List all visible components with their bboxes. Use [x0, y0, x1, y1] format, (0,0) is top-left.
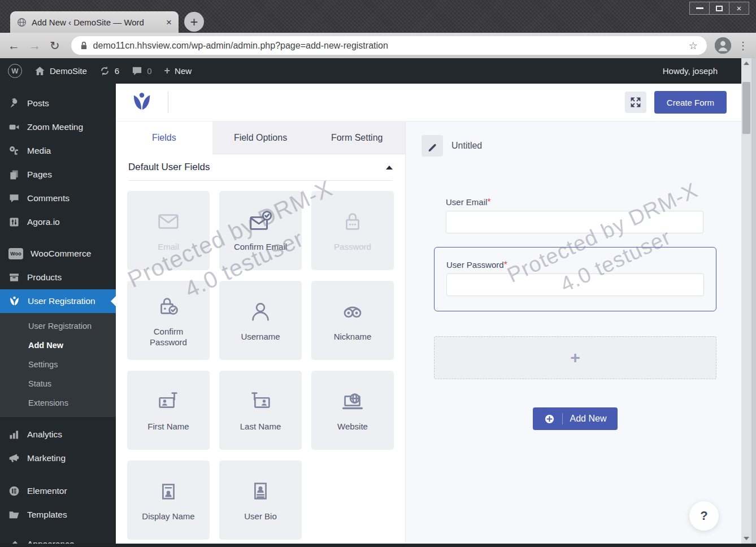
sidebar-item-elementor[interactable]: Elementor — [0, 479, 116, 503]
field-tile-confirm-password[interactable]: Confirm Password — [127, 281, 210, 360]
close-button[interactable]: × — [729, 2, 749, 15]
form-title[interactable]: Untitled — [451, 141, 482, 151]
fullscreen-button[interactable] — [625, 92, 646, 113]
sidebar-item-agora[interactable]: Agora.io — [0, 210, 116, 234]
sidebar-item-zoom-meeting[interactable]: Zoom Meeting — [0, 115, 116, 139]
sidebar-item-products[interactable]: Products — [0, 266, 116, 289]
updates-count: 6 — [115, 66, 119, 76]
comments-menu[interactable]: 0 — [132, 66, 151, 76]
field-tile-first-name[interactable]: First Name — [127, 371, 210, 450]
sidebar-item-label: Zoom Meeting — [27, 122, 83, 132]
sidebar-item-pages[interactable]: Pages — [0, 163, 116, 186]
sidebar-item-templates[interactable]: Templates — [0, 503, 116, 527]
user-registration-logo — [131, 91, 153, 114]
user-password-input[interactable] — [446, 274, 704, 296]
window-controls: × — [690, 2, 749, 15]
help-button[interactable]: ? — [689, 501, 719, 531]
sidebar-item-marketing[interactable]: Marketing — [0, 446, 116, 470]
browser-tab[interactable]: Add New ‹ DemoSite — Word × — [10, 11, 179, 33]
megaphone-icon — [8, 453, 20, 464]
tab-form-setting[interactable]: Form Setting — [309, 121, 405, 154]
required-asterisk: * — [504, 260, 507, 270]
plus-icon: + — [570, 348, 580, 367]
create-form-button[interactable]: Create Form — [654, 91, 727, 114]
fields-panel: Fields Field Options Form Setting Defaul… — [116, 121, 405, 543]
address-bar[interactable]: demo11cn.hhsview.com/wp-admin/admin.php?… — [71, 36, 707, 55]
tab-close-icon[interactable]: × — [166, 18, 172, 27]
sidebar-item-label: WooCommerce — [31, 249, 91, 259]
sliders-icon — [8, 216, 20, 228]
new-tab-button[interactable]: + — [184, 12, 204, 32]
preview-field-user-email[interactable]: User Email* — [434, 186, 716, 233]
sidebar-item-comments[interactable]: Comments — [0, 186, 116, 210]
lock-icon — [80, 41, 88, 50]
add-new-button[interactable]: Add New — [533, 407, 618, 430]
comment-bubble-icon — [8, 193, 20, 204]
expand-arrows-icon — [630, 97, 641, 108]
field-tile-label: Last Name — [233, 421, 288, 432]
browser-menu-icon[interactable]: ⋮ — [738, 40, 748, 52]
field-tile-nickname[interactable]: Nickname — [311, 281, 394, 360]
submenu-item-status[interactable]: Status — [0, 374, 116, 393]
add-row-drop-zone[interactable]: + — [434, 336, 716, 379]
circle-plus-icon — [544, 414, 555, 424]
howdy-menu[interactable]: Howdy, joseph — [663, 66, 718, 76]
submenu-item-user-registration[interactable]: User Registration — [0, 316, 116, 336]
site-name-menu[interactable]: DemoSite — [34, 66, 87, 76]
minimize-icon — [696, 7, 703, 9]
default-user-fields-accordion[interactable]: Default User Fields — [116, 154, 405, 180]
minimize-button[interactable] — [689, 2, 710, 15]
edit-title-button[interactable] — [422, 135, 443, 157]
elementor-icon — [8, 485, 20, 497]
bookmark-star-icon[interactable]: ☆ — [689, 40, 698, 52]
plus-icon: + — [164, 65, 171, 77]
new-content-menu[interactable]: + New — [164, 65, 192, 77]
updates-icon — [99, 66, 110, 76]
sidebar-item-media[interactable]: Media — [0, 139, 116, 163]
sidebar-item-posts[interactable]: Posts — [0, 92, 116, 115]
page-scrollbar[interactable] — [741, 58, 751, 544]
id-card-icon — [247, 388, 273, 414]
forward-button[interactable]: → — [29, 40, 41, 51]
sidebar-item-label: User Registration — [28, 296, 95, 306]
updates-menu[interactable]: 6 — [99, 66, 119, 76]
submenu-item-settings[interactable]: Settings — [0, 355, 116, 374]
sidebar-item-label: Pages — [27, 170, 52, 180]
comment-icon — [132, 66, 142, 76]
scroll-down-arrow[interactable] — [741, 533, 751, 544]
field-tile-display-name[interactable]: Display Name — [127, 461, 210, 540]
comments-count: 0 — [147, 66, 151, 76]
globe-icon — [17, 18, 27, 27]
wp-logo-menu[interactable]: W — [8, 64, 22, 78]
url-text: demo11cn.hhsview.com/wp-admin/admin.php?… — [93, 41, 683, 51]
scroll-up-arrow[interactable] — [741, 58, 751, 68]
window-bottom-edge — [0, 544, 756, 547]
profile-avatar[interactable] — [715, 37, 731, 54]
sidebar-item-user-registration[interactable]: User Registration — [0, 289, 116, 313]
user-email-input[interactable] — [446, 211, 703, 233]
field-tile-username[interactable]: Username — [219, 281, 302, 360]
form-preview: User Email* User Password* + — [434, 186, 716, 430]
tab-fields[interactable]: Fields — [116, 121, 212, 154]
maximize-button[interactable] — [709, 2, 729, 15]
field-tile-website[interactable]: Website — [311, 371, 394, 450]
pin-icon — [8, 98, 20, 109]
field-label: User Password — [446, 260, 504, 270]
sidebar-item-label: Posts — [27, 98, 49, 108]
preview-field-user-password[interactable]: User Password* — [434, 247, 716, 311]
field-tile-user-bio[interactable]: User Bio — [219, 461, 302, 540]
sidebar-item-analytics[interactable]: Analytics — [0, 423, 116, 446]
back-button[interactable]: ← — [8, 40, 20, 51]
scrollbar-thumb[interactable] — [742, 82, 750, 134]
reload-button[interactable]: ↻ — [50, 40, 60, 51]
field-tile-last-name[interactable]: Last Name — [219, 371, 302, 450]
submenu-item-add-new[interactable]: Add New — [0, 336, 116, 355]
field-tile-label: First Name — [141, 421, 195, 432]
sidebar-item-woocommerce[interactable]: Woo WooCommerce — [0, 242, 116, 266]
builder-tabs: Fields Field Options Form Setting — [116, 121, 405, 154]
site-name: DemoSite — [50, 66, 87, 76]
submenu-item-extensions[interactable]: Extensions — [0, 393, 116, 413]
required-asterisk: * — [487, 197, 490, 207]
field-tile-confirm-email[interactable]: Confirm Email — [219, 191, 302, 270]
tab-field-options[interactable]: Field Options — [212, 121, 309, 154]
